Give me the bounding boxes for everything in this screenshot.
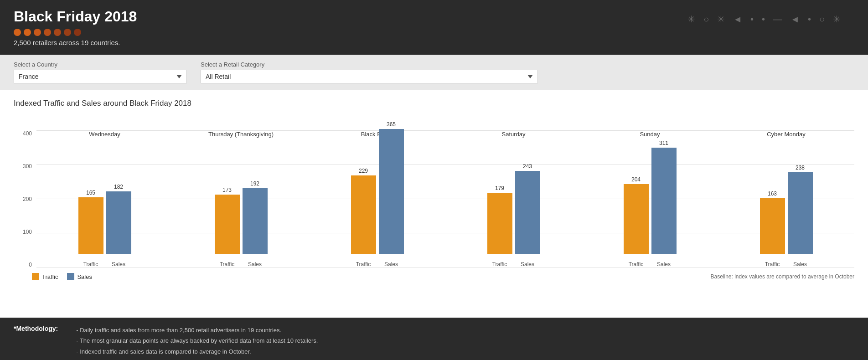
day-group: Sunday204311TrafficSales xyxy=(582,131,718,267)
y-label-400: 400 xyxy=(14,131,32,136)
day-label: Wednesday xyxy=(89,131,120,138)
sales-x-label: Sales xyxy=(243,261,268,267)
traffic-x-label: Traffic xyxy=(624,261,649,267)
header-dot xyxy=(74,29,81,36)
methodology-label: *Methodology: xyxy=(14,325,58,332)
day-group: Cyber Monday163238TrafficSales xyxy=(718,131,854,267)
traffic-bar xyxy=(487,193,512,254)
sales-value: 311 xyxy=(659,140,668,146)
header-dot xyxy=(14,29,21,36)
y-label-200: 200 xyxy=(14,196,32,202)
traffic-x-label: Traffic xyxy=(760,261,785,267)
traffic-x-label: Traffic xyxy=(78,261,103,267)
sales-bar xyxy=(243,188,268,254)
header: Black Friday 2018 2,500 retailers across… xyxy=(0,0,868,55)
sales-value: 365 xyxy=(387,121,396,128)
day-label: Thursday (Thanksgiving) xyxy=(208,131,274,138)
y-label-0: 0 xyxy=(14,262,32,267)
traffic-x-label: Traffic xyxy=(215,261,240,267)
sales-bar-wrapper: 311 xyxy=(651,140,677,254)
x-labels: TrafficSales xyxy=(78,261,131,267)
traffic-bar xyxy=(351,175,376,254)
day-group: Thursday (Thanksgiving)173192TrafficSale… xyxy=(173,131,309,267)
footer-line: - The most granular data points are alwa… xyxy=(76,335,318,346)
traffic-bar xyxy=(78,197,103,254)
category-select[interactable]: All Retail xyxy=(201,70,538,83)
sales-value: 182 xyxy=(114,184,123,190)
day-group: Wednesday165182TrafficSales xyxy=(36,131,173,267)
sales-x-label: Sales xyxy=(788,261,813,267)
category-control-group: Select a Retail Category All Retail xyxy=(201,61,538,83)
sales-bar-wrapper: 243 xyxy=(515,163,540,254)
traffic-x-label: Traffic xyxy=(487,261,512,267)
traffic-value: 229 xyxy=(359,168,368,174)
y-axis: 400 300 200 100 0 xyxy=(14,117,32,267)
x-labels: TrafficSales xyxy=(351,261,404,267)
legend-sales-swatch xyxy=(67,273,74,280)
baseline-text: Baseline: index values are compared to a… xyxy=(710,273,854,280)
x-labels: TrafficSales xyxy=(487,261,540,267)
y-label-100: 100 xyxy=(14,229,32,235)
day-label: Sunday xyxy=(640,131,660,138)
legend-baseline: Traffic Sales Baseline: index values are… xyxy=(14,273,854,280)
legend-traffic-swatch xyxy=(32,273,39,280)
header-dot xyxy=(34,29,41,36)
legend-traffic-label: Traffic xyxy=(42,273,58,280)
sales-value: 192 xyxy=(250,180,259,187)
day-label: Saturday xyxy=(501,131,525,138)
traffic-value: 165 xyxy=(86,190,95,196)
sales-x-label: Sales xyxy=(515,261,540,267)
traffic-bar-wrapper: 229 xyxy=(351,168,376,254)
legend-sales-label: Sales xyxy=(77,273,92,280)
days-row: Wednesday165182TrafficSalesThursday (Tha… xyxy=(36,117,854,267)
country-select[interactable]: France xyxy=(14,70,187,83)
day-group: Black Friday229365TrafficSales xyxy=(309,131,445,267)
category-label: Select a Retail Category xyxy=(201,61,538,68)
x-labels: TrafficSales xyxy=(760,261,813,267)
sales-bar xyxy=(106,191,131,254)
sales-bar-wrapper: 365 xyxy=(379,121,404,254)
x-labels: TrafficSales xyxy=(215,261,268,267)
traffic-bar xyxy=(215,195,240,254)
traffic-bar xyxy=(624,184,649,254)
country-label: Select a Country xyxy=(14,61,187,68)
chart-container: 400 300 200 100 0 We xyxy=(14,117,854,285)
traffic-x-label: Traffic xyxy=(351,261,376,267)
day-label: Cyber Monday xyxy=(767,131,806,138)
traffic-bar-wrapper: 165 xyxy=(78,190,103,254)
sales-bar xyxy=(788,172,813,254)
header-dot xyxy=(54,29,61,36)
header-dot xyxy=(24,29,31,36)
legend-traffic: Traffic xyxy=(32,273,58,280)
header-icons: ✳ ○ ✳ ◄ • • — ◄ • ○ ✳ xyxy=(687,14,841,25)
footer-lines: - Daily traffic and sales from more than… xyxy=(76,325,318,357)
header-subtitle: 2,500 retailers across 19 countries. xyxy=(14,39,854,46)
traffic-value: 163 xyxy=(768,190,777,197)
sales-bar xyxy=(515,171,540,254)
sales-x-label: Sales xyxy=(651,261,677,267)
x-labels: TrafficSales xyxy=(624,261,677,267)
footer-line: - Daily traffic and sales from more than… xyxy=(76,325,318,335)
footer-line: - Indexed traffic and sales data is comp… xyxy=(76,346,318,357)
main-content: Indexed Traffic and Sales around Black F… xyxy=(0,90,868,318)
traffic-value: 179 xyxy=(495,185,504,191)
sales-value: 238 xyxy=(796,165,805,171)
chart-title: Indexed Traffic and Sales around Black F… xyxy=(14,99,854,108)
traffic-value: 173 xyxy=(222,187,232,193)
traffic-value: 204 xyxy=(631,176,641,183)
chart-body: Wednesday165182TrafficSalesThursday (Tha… xyxy=(36,117,854,267)
day-group: Saturday179243TrafficSales xyxy=(445,131,582,267)
legend-sales: Sales xyxy=(67,273,92,280)
sales-x-label: Sales xyxy=(379,261,404,267)
traffic-bar-wrapper: 204 xyxy=(624,176,649,254)
traffic-bar-wrapper: 163 xyxy=(760,190,785,254)
legend: Traffic Sales xyxy=(32,273,92,280)
sales-bar-wrapper: 182 xyxy=(106,184,131,254)
sales-value: 243 xyxy=(523,163,532,170)
y-label-300: 300 xyxy=(14,164,32,169)
controls: Select a Country France Select a Retail … xyxy=(0,55,868,90)
sales-bar xyxy=(379,129,404,254)
traffic-bar-wrapper: 179 xyxy=(487,185,512,254)
footer: *Methodology: - Daily traffic and sales … xyxy=(0,318,868,360)
country-control-group: Select a Country France xyxy=(14,61,187,83)
